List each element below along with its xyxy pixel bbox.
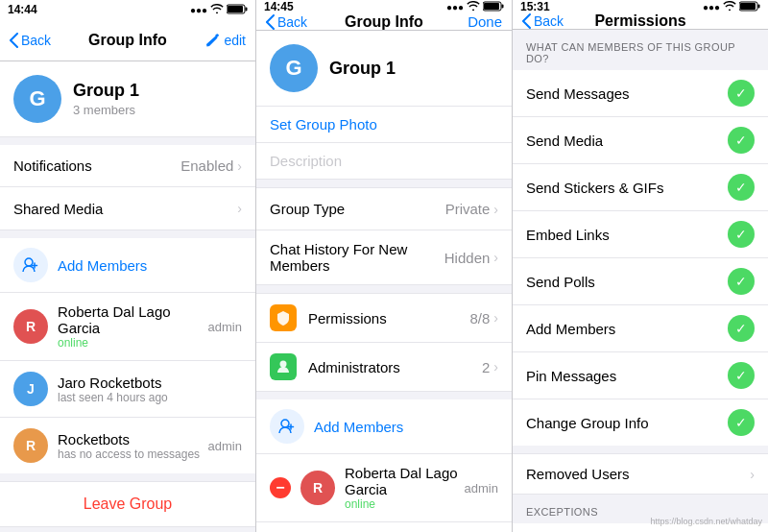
edit-button[interactable]: edit [206, 33, 246, 48]
member-edit-role-0: admin [465, 481, 498, 496]
remove-member-0[interactable]: − [270, 477, 291, 498]
group-name-1: Group 1 [73, 81, 139, 101]
perm-toggle-5[interactable]: ✓ [728, 315, 755, 342]
status-time-1: 14:44 [8, 3, 37, 16]
svg-rect-11 [758, 4, 760, 8]
member-edit-avatar-0: R [300, 471, 335, 505]
perm-toggle-7[interactable]: ✓ [728, 409, 755, 436]
permissions-chevron: › [493, 310, 498, 326]
perm-label-2: Send Stickers & GIFs [526, 180, 728, 196]
permissions-icon [270, 304, 297, 331]
group-type-chevron: › [493, 202, 498, 217]
group-avatar-2: G [270, 44, 318, 92]
add-members-icon-1 [13, 248, 48, 282]
removed-users-row[interactable]: Removed Users › [513, 453, 768, 495]
member-row-2[interactable]: R Rocketbots has no access to messages a… [0, 418, 255, 473]
add-members-row-2[interactable]: Add Members [256, 399, 512, 454]
perm-send-polls[interactable]: Send Polls ✓ [513, 258, 768, 305]
perm-pin-messages[interactable]: Pin Messages ✓ [513, 352, 768, 399]
perm-change-group-info[interactable]: Change Group Info ✓ [513, 399, 768, 446]
svg-rect-2 [246, 7, 248, 11]
status-time-3: 15:31 [520, 0, 550, 13]
permissions-section-header: WHAT CAN MEMBERS OF THIS GROUP DO? [513, 30, 768, 70]
shared-media-label: Shared Media [13, 201, 237, 217]
done-button[interactable]: Done [468, 13, 502, 30]
member-row-1[interactable]: J Jaro Rocketbots last seen 4 hours ago [0, 361, 255, 418]
perm-toggle-2[interactable]: ✓ [728, 174, 755, 201]
status-bar-1: 14:44 ●●● [0, 0, 255, 19]
member-name-1: Jaro Rocketbots [58, 375, 242, 391]
panel-group-info-edit: 14:45 ●●● Back Group Info Done [256, 0, 513, 532]
perm-toggle-4[interactable]: ✓ [728, 268, 755, 295]
chat-history-chevron: › [493, 250, 498, 265]
signal-icon-2: ●●● [446, 2, 464, 12]
removed-users-chevron: › [750, 467, 755, 482]
group-type-row[interactable]: Group Type Private › [256, 188, 512, 230]
administrators-count: 2 [482, 359, 490, 375]
member-edit-row-1[interactable]: − J Jaro Rocketbots last seen 4 hours ag… [256, 522, 512, 532]
member-name-0: Roberta Dal Lago Garcia [58, 303, 208, 336]
shared-media-row[interactable]: Shared Media › [0, 187, 255, 230]
back-button-3[interactable]: Back [522, 13, 564, 29]
perm-label-0: Send Messages [526, 85, 728, 102]
status-time-2: 14:45 [264, 0, 294, 13]
members-list-2: − R Roberta Dal Lago Garcia online admin… [256, 454, 512, 532]
perm-add-members[interactable]: Add Members ✓ [513, 305, 768, 352]
svg-point-8 [281, 420, 289, 427]
back-button-2[interactable]: Back [266, 14, 307, 30]
permissions-count: 8/8 [469, 310, 490, 326]
perm-label-4: Send Polls [526, 274, 728, 290]
status-bar-3: 15:31 ●●● [513, 0, 768, 13]
group-type-label: Group Type [270, 201, 445, 217]
member-row-0[interactable]: R Roberta Dal Lago Garcia online admin [0, 293, 255, 361]
svg-rect-10 [740, 3, 756, 10]
wifi-icon-1 [210, 4, 224, 15]
member-edit-sub-0: online [345, 497, 465, 511]
perm-label-5: Add Members [526, 321, 728, 337]
group-type-value: Private [445, 201, 491, 217]
perm-toggle-1[interactable]: ✓ [728, 127, 755, 154]
svg-point-7 [280, 361, 287, 368]
perm-label-3: Embed Links [526, 227, 728, 243]
removed-users-label: Removed Users [526, 466, 750, 482]
group-header-2: G Group 1 [256, 31, 512, 107]
permissions-row[interactable]: Permissions 8/8 › [256, 294, 512, 343]
perm-label-7: Change Group Info [526, 415, 728, 431]
set-group-photo[interactable]: Set Group Photo [256, 107, 512, 142]
perm-toggle-6[interactable]: ✓ [728, 362, 755, 389]
group-members-count-1: 3 members [73, 103, 139, 117]
chat-history-label: Chat History For New Members [270, 241, 444, 274]
permissions-list: Send Messages ✓ Send Media ✓ Send Sticke… [513, 70, 768, 446]
status-icons-1: ●●● [190, 4, 248, 16]
nav-title-3: Permissions [594, 12, 685, 30]
perm-send-stickers[interactable]: Send Stickers & GIFs ✓ [513, 164, 768, 211]
nav-title-1: Group Info [88, 32, 167, 49]
add-members-row-1[interactable]: Add Members [0, 238, 255, 293]
perm-embed-links[interactable]: Embed Links ✓ [513, 211, 768, 258]
add-members-label-1: Add Members [58, 257, 147, 274]
back-button-1[interactable]: Back [10, 33, 51, 48]
members-list-1: R Roberta Dal Lago Garcia online admin J… [0, 293, 255, 473]
status-bar-2: 14:45 ●●● [256, 0, 512, 13]
perm-send-media[interactable]: Send Media ✓ [513, 117, 768, 164]
perm-label-6: Pin Messages [526, 368, 728, 384]
leave-group-button[interactable]: Leave Group [0, 481, 255, 527]
perm-toggle-0[interactable]: ✓ [728, 80, 755, 107]
member-role-0: admin [208, 320, 242, 334]
description-field[interactable]: Description [256, 142, 512, 179]
notifications-row[interactable]: Notifications Enabled › [0, 145, 255, 187]
add-members-icon-2 [270, 409, 304, 444]
status-icons-2: ●●● [446, 1, 504, 13]
member-avatar-1: J [13, 372, 48, 406]
signal-icon-3: ●●● [703, 2, 720, 12]
member-edit-row-0[interactable]: − R Roberta Dal Lago Garcia online admin [256, 454, 512, 522]
administrators-chevron: › [493, 359, 498, 375]
chat-history-row[interactable]: Chat History For New Members Hidden › [256, 230, 512, 284]
administrators-row[interactable]: Administrators 2 › [256, 343, 512, 391]
notifications-chevron: › [237, 158, 242, 174]
perm-send-messages[interactable]: Send Messages ✓ [513, 70, 768, 117]
panel-group-info-view: 14:44 ●●● Back Group Info edit [0, 0, 256, 532]
perm-toggle-3[interactable]: ✓ [728, 221, 755, 248]
group-avatar-1: G [13, 75, 61, 123]
wifi-icon-3 [723, 1, 736, 12]
